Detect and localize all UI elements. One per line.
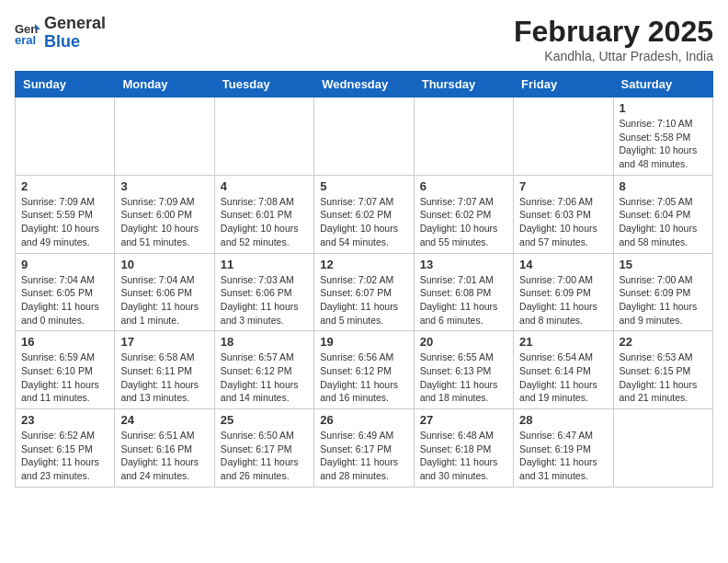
day-cell: 26Sunrise: 6:49 AM Sunset: 6:17 PM Dayli… [314, 409, 414, 488]
day-cell: 19Sunrise: 6:56 AM Sunset: 6:12 PM Dayli… [314, 331, 414, 409]
location: Kandhla, Uttar Pradesh, India [514, 49, 713, 63]
day-info: Sunrise: 7:04 AM Sunset: 6:05 PM Dayligh… [21, 273, 108, 327]
svg-text:eral: eral [15, 33, 36, 46]
day-info: Sunrise: 7:07 AM Sunset: 6:02 PM Dayligh… [420, 195, 507, 249]
day-cell: 24Sunrise: 6:51 AM Sunset: 6:16 PM Dayli… [115, 409, 214, 488]
day-cell [214, 98, 313, 176]
day-number: 18 [221, 335, 308, 349]
title-block: February 2025 Kandhla, Uttar Pradesh, In… [514, 15, 713, 63]
day-number: 7 [519, 179, 607, 193]
day-cell: 4Sunrise: 7:08 AM Sunset: 6:01 PM Daylig… [214, 175, 313, 253]
weekday-header-wednesday: Wednesday [314, 72, 414, 98]
week-row-4: 16Sunrise: 6:59 AM Sunset: 6:10 PM Dayli… [16, 331, 713, 409]
day-number: 4 [221, 179, 308, 193]
day-cell: 2Sunrise: 7:09 AM Sunset: 5:59 PM Daylig… [16, 175, 115, 253]
logo-text: General Blue [44, 14, 106, 51]
day-number: 6 [420, 179, 507, 193]
day-number: 13 [420, 258, 507, 271]
day-number: 10 [120, 258, 208, 271]
day-info: Sunrise: 6:56 AM Sunset: 6:12 PM Dayligh… [320, 350, 407, 405]
day-info: Sunrise: 7:10 AM Sunset: 5:58 PM Dayligh… [620, 117, 707, 171]
day-number: 1 [620, 101, 707, 115]
day-number: 17 [120, 335, 208, 349]
day-cell: 16Sunrise: 6:59 AM Sunset: 6:10 PM Dayli… [16, 331, 115, 409]
day-number: 12 [320, 258, 407, 271]
day-cell [613, 409, 712, 488]
day-number: 21 [519, 335, 607, 349]
day-info: Sunrise: 7:06 AM Sunset: 6:03 PM Dayligh… [519, 195, 607, 249]
day-info: Sunrise: 7:09 AM Sunset: 6:00 PM Dayligh… [120, 195, 208, 249]
day-info: Sunrise: 7:00 AM Sunset: 6:09 PM Dayligh… [620, 273, 707, 327]
day-info: Sunrise: 6:57 AM Sunset: 6:12 PM Dayligh… [221, 350, 308, 405]
day-number: 8 [620, 179, 707, 193]
day-cell: 12Sunrise: 7:02 AM Sunset: 6:07 PM Dayli… [314, 253, 414, 331]
day-cell: 17Sunrise: 6:58 AM Sunset: 6:11 PM Dayli… [115, 331, 214, 409]
day-info: Sunrise: 6:49 AM Sunset: 6:17 PM Dayligh… [320, 429, 407, 483]
day-info: Sunrise: 6:54 AM Sunset: 6:14 PM Dayligh… [519, 350, 607, 405]
day-number: 2 [21, 179, 108, 193]
day-cell: 25Sunrise: 6:50 AM Sunset: 6:17 PM Dayli… [214, 409, 313, 488]
weekday-header-monday: Monday [115, 72, 214, 98]
weekday-header-friday: Friday [514, 72, 613, 98]
day-number: 24 [120, 413, 208, 427]
week-row-5: 23Sunrise: 6:52 AM Sunset: 6:15 PM Dayli… [16, 409, 713, 488]
day-cell: 8Sunrise: 7:05 AM Sunset: 6:04 PM Daylig… [613, 175, 712, 253]
day-cell: 27Sunrise: 6:48 AM Sunset: 6:18 PM Dayli… [414, 409, 513, 488]
month-title: February 2025 [514, 15, 713, 49]
day-cell: 28Sunrise: 6:47 AM Sunset: 6:19 PM Dayli… [514, 409, 613, 488]
day-number: 19 [320, 335, 407, 349]
day-info: Sunrise: 7:00 AM Sunset: 6:09 PM Dayligh… [519, 273, 607, 327]
day-info: Sunrise: 6:50 AM Sunset: 6:17 PM Dayligh… [221, 429, 308, 483]
day-cell: 18Sunrise: 6:57 AM Sunset: 6:12 PM Dayli… [214, 331, 313, 409]
weekday-header-thursday: Thursday [414, 72, 513, 98]
day-number: 14 [519, 258, 607, 271]
day-number: 23 [21, 413, 108, 427]
week-row-2: 2Sunrise: 7:09 AM Sunset: 5:59 PM Daylig… [16, 175, 713, 253]
day-number: 5 [320, 179, 407, 193]
weekday-header-sunday: Sunday [16, 72, 115, 98]
day-cell: 13Sunrise: 7:01 AM Sunset: 6:08 PM Dayli… [414, 253, 513, 331]
day-number: 3 [120, 179, 208, 193]
day-info: Sunrise: 6:48 AM Sunset: 6:18 PM Dayligh… [420, 429, 507, 483]
day-number: 22 [620, 335, 707, 349]
day-cell: 10Sunrise: 7:04 AM Sunset: 6:06 PM Dayli… [115, 253, 214, 331]
day-cell [16, 98, 115, 176]
day-cell: 21Sunrise: 6:54 AM Sunset: 6:14 PM Dayli… [514, 331, 613, 409]
day-cell: 7Sunrise: 7:06 AM Sunset: 6:03 PM Daylig… [514, 175, 613, 253]
day-number: 11 [221, 258, 308, 271]
day-info: Sunrise: 7:07 AM Sunset: 6:02 PM Dayligh… [320, 195, 407, 249]
page-header: Gen eral General Blue February 2025 Kand… [15, 15, 713, 63]
weekday-header-saturday: Saturday [613, 72, 712, 98]
day-number: 20 [420, 335, 507, 349]
day-cell: 15Sunrise: 7:00 AM Sunset: 6:09 PM Dayli… [613, 253, 712, 331]
day-number: 27 [420, 413, 507, 427]
day-info: Sunrise: 6:52 AM Sunset: 6:15 PM Dayligh… [21, 429, 108, 483]
day-cell [514, 98, 613, 176]
day-number: 15 [620, 258, 707, 271]
day-info: Sunrise: 7:08 AM Sunset: 6:01 PM Dayligh… [221, 195, 308, 249]
day-cell [115, 98, 214, 176]
day-info: Sunrise: 7:09 AM Sunset: 5:59 PM Dayligh… [21, 195, 108, 249]
day-number: 25 [221, 413, 308, 427]
day-cell: 22Sunrise: 6:53 AM Sunset: 6:15 PM Dayli… [613, 331, 712, 409]
day-cell [414, 98, 513, 176]
day-number: 16 [21, 335, 108, 349]
calendar: SundayMondayTuesdayWednesdayThursdayFrid… [15, 71, 713, 488]
day-cell: 11Sunrise: 7:03 AM Sunset: 6:06 PM Dayli… [214, 253, 313, 331]
day-cell: 6Sunrise: 7:07 AM Sunset: 6:02 PM Daylig… [414, 175, 513, 253]
day-cell: 20Sunrise: 6:55 AM Sunset: 6:13 PM Dayli… [414, 331, 513, 409]
day-number: 28 [519, 413, 607, 427]
week-row-1: 1Sunrise: 7:10 AM Sunset: 5:58 PM Daylig… [16, 98, 713, 176]
day-cell: 3Sunrise: 7:09 AM Sunset: 6:00 PM Daylig… [115, 175, 214, 253]
day-number: 26 [320, 413, 407, 427]
day-info: Sunrise: 7:02 AM Sunset: 6:07 PM Dayligh… [320, 273, 407, 327]
day-cell [314, 98, 414, 176]
weekday-header-tuesday: Tuesday [214, 72, 313, 98]
day-info: Sunrise: 6:59 AM Sunset: 6:10 PM Dayligh… [21, 350, 108, 405]
day-info: Sunrise: 6:58 AM Sunset: 6:11 PM Dayligh… [120, 350, 208, 405]
weekday-header-row: SundayMondayTuesdayWednesdayThursdayFrid… [16, 72, 713, 98]
day-cell: 1Sunrise: 7:10 AM Sunset: 5:58 PM Daylig… [613, 98, 712, 176]
week-row-3: 9Sunrise: 7:04 AM Sunset: 6:05 PM Daylig… [16, 253, 713, 331]
logo: Gen eral General Blue [15, 15, 106, 52]
day-cell: 14Sunrise: 7:00 AM Sunset: 6:09 PM Dayli… [514, 253, 613, 331]
